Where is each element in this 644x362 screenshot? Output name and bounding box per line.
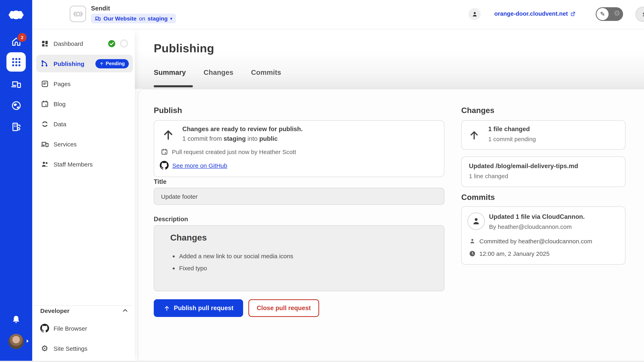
github-link-row: See more on GitHub [160, 161, 228, 170]
notification-count-badge: 2 [17, 32, 27, 43]
edit-mode-toggle[interactable]: ✎ ⚙ [596, 7, 623, 21]
sidebar-item-services[interactable]: Services [36, 135, 133, 153]
caret-down-icon: ▾ [170, 16, 172, 21]
from-branch: staging [224, 135, 246, 142]
sidebar-item-label: Data [54, 120, 66, 127]
commit-time-row: 12:00 am, 2 January 2025 [469, 250, 550, 257]
gear-icon: ⚙ [40, 344, 49, 353]
sidebar-item-pages[interactable]: Pages [36, 75, 133, 92]
pending-badge: Pending [95, 59, 129, 68]
description-bullet-list: Added a new link to our social media ico… [170, 253, 428, 272]
devices-icon [40, 140, 49, 148]
document-icon [40, 79, 49, 88]
description-bullet: Added a new link to our social media ico… [179, 253, 428, 259]
user-avatar[interactable] [8, 334, 24, 349]
commit-time-text: 12:00 am, 2 January 2025 [480, 250, 550, 257]
external-link-icon [570, 11, 576, 17]
cloudcannon-logo[interactable]: .logo-gap{fill:#1240e0} [0, 6, 32, 24]
app-window: .logo-gap{fill:#1240e0} 2 .logo-gap{fill… [0, 0, 644, 362]
changes-heading: Changes [461, 106, 494, 115]
tab-summary[interactable]: Summary [154, 68, 186, 77]
globe-icon[interactable] [0, 100, 32, 111]
pencil-icon[interactable]: ✎ [596, 8, 608, 20]
sidebar-item-site-settings[interactable]: ⚙ Site Settings [36, 340, 133, 357]
sidebar-item-blog[interactable]: Blog [36, 95, 133, 113]
commit-author: By heather@cloudcannon.com [489, 223, 572, 230]
files-changed-text: 1 file changed [488, 125, 530, 133]
pull-request-created-row: Pull request created just now by Heather… [160, 148, 296, 156]
organization-settings-icon[interactable] [0, 121, 32, 132]
build-success-check-icon [108, 39, 116, 48]
gear-icon[interactable]: ⚙ [614, 9, 620, 18]
sidebar-item-label: Dashboard [54, 40, 83, 47]
close-pull-request-button[interactable]: Close pull request [248, 299, 319, 317]
publish-ready-text: Changes are ready to review for publish. [182, 125, 303, 133]
sidebar-item-label: Services [54, 141, 77, 147]
publish-status-card: Changes are ready to review for publish.… [154, 120, 444, 177]
lines-changed-text: 1 line changed [469, 173, 508, 179]
commit-card: Updated 1 file via CloudCannon. By heath… [461, 206, 626, 265]
dashboard-icon [40, 39, 49, 48]
publish-pull-request-button[interactable]: Publish pull request [154, 299, 243, 317]
tab-commits[interactable]: Commits [251, 68, 281, 77]
site-switcher[interactable]: Our Website on staging ▾ [91, 14, 176, 23]
created-text: Pull request created just now by Heather… [172, 148, 296, 155]
sidebar-item-label: Blog [54, 100, 66, 107]
calendar-icon [40, 99, 49, 108]
committed-by-row: Committed by heather@cloudcannon.com [469, 238, 592, 245]
devices-icon[interactable] [0, 79, 32, 90]
publish-heading: Publish [154, 106, 182, 115]
title-input-value: Update footer [161, 193, 198, 200]
arrow-up-icon [468, 129, 480, 141]
viewer-avatar-icon[interactable] [468, 8, 480, 20]
description-bullet: Fixed typo [179, 265, 428, 272]
title-label: Title [154, 178, 166, 185]
github-icon [40, 324, 49, 333]
developer-section-header[interactable]: Developer [36, 302, 133, 319]
see-more-github-link[interactable]: See more on GitHub [172, 162, 228, 169]
arrow-up-icon [162, 128, 175, 142]
site-switcher-site: Our Website [104, 15, 136, 22]
people-icon [40, 160, 49, 169]
save-button[interactable]: Save [636, 7, 644, 22]
changed-file-path: Updated /blog/email-delivery-tips.md [469, 162, 578, 170]
preview-url-link[interactable]: orange-door.cloudvent.net [494, 10, 576, 17]
app-rail: .logo-gap{fill:#1240e0} 2 [0, 0, 32, 362]
publish-commit-summary: 1 commit from staging into public [182, 135, 278, 142]
calendar-icon [160, 148, 168, 156]
rail-item-apps-active[interactable] [6, 52, 26, 72]
description-heading: Changes [170, 233, 428, 243]
top-header: .logo-gap{fill:#fff} Sendit Our Website … [32, 0, 644, 29]
home-icon[interactable] [0, 36, 32, 47]
tab-changes[interactable]: Changes [204, 68, 234, 77]
arrow-up-icon [164, 305, 170, 312]
sidebar-item-file-browser[interactable]: File Browser [36, 319, 133, 337]
description-editor[interactable]: Changes Added a new link to our social m… [154, 225, 444, 291]
clock-icon [469, 250, 476, 257]
site-switcher-branch: staging [148, 15, 168, 22]
commit-title: Updated 1 file via CloudCannon. [489, 213, 585, 220]
page-title: Publishing [154, 42, 214, 55]
committed-by-text: Committed by heather@cloudcannon.com [480, 238, 592, 245]
to-branch: public [259, 135, 278, 142]
changes-summary-card: 1 file changed 1 commit pending [461, 120, 626, 150]
expand-chevron-right-icon[interactable] [24, 337, 30, 345]
site-logo: .logo-gap{fill:#fff} [70, 6, 86, 22]
arrow-up-icon [99, 61, 104, 66]
commits-heading: Commits [461, 193, 495, 202]
description-label: Description [154, 216, 188, 223]
committer-avatar-icon [467, 212, 485, 230]
changed-file-card[interactable]: Updated /blog/email-delivery-tips.md 1 l… [461, 156, 626, 187]
bell-icon[interactable] [0, 315, 32, 325]
site-switcher-on: on [139, 15, 145, 22]
sidebar-item-staff-members[interactable]: Staff Members [36, 155, 133, 173]
sidebar-item-dashboard[interactable]: Dashboard [36, 34, 133, 52]
title-input[interactable]: Update footer [154, 188, 444, 205]
chevron-up-icon [122, 307, 129, 314]
build-status-ring-icon[interactable] [120, 39, 128, 47]
window-bottom-edge [0, 361, 644, 362]
sidebar-item-data[interactable]: Data [36, 115, 133, 133]
sidebar-item-publishing[interactable]: Publishing Pending [36, 55, 133, 72]
site-name: Sendit [91, 5, 110, 12]
commit-pending-text: 1 commit pending [488, 136, 536, 142]
